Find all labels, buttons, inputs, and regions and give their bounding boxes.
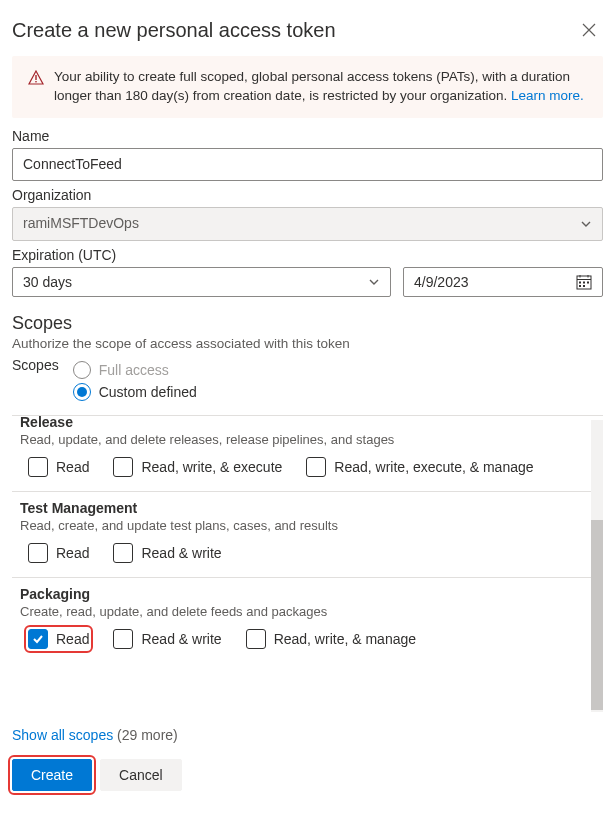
checkbox-icon — [306, 457, 326, 477]
calendar-icon — [576, 274, 592, 290]
create-button[interactable]: Create — [12, 759, 92, 791]
close-button[interactable] — [575, 16, 603, 44]
checkbox-icon — [113, 629, 133, 649]
organization-select[interactable]: ramiMSFTDevOps — [12, 207, 603, 241]
svg-rect-9 — [579, 285, 581, 287]
show-all-scopes: Show all scopes (29 more) — [12, 727, 603, 743]
svg-rect-10 — [583, 285, 585, 287]
scrollbar-thumb[interactable] — [591, 520, 603, 710]
svg-rect-6 — [579, 281, 581, 283]
radio-label: Custom defined — [99, 384, 197, 400]
checkbox-label: Read, write, execute, & manage — [334, 459, 533, 475]
test-read-checkbox[interactable]: Read — [28, 543, 89, 563]
checkbox-icon — [246, 629, 266, 649]
svg-rect-7 — [583, 281, 585, 283]
scope-group-desc: Read, create, and update test plans, cas… — [20, 518, 593, 533]
packaging-read-checkbox[interactable]: Read — [28, 629, 89, 649]
packaging-read-write-checkbox[interactable]: Read & write — [113, 629, 221, 649]
name-label: Name — [12, 128, 603, 144]
scope-group-packaging: Packaging Create, read, update, and dele… — [12, 578, 593, 663]
svg-rect-0 — [35, 75, 36, 80]
release-read-write-execute-checkbox[interactable]: Read, write, & execute — [113, 457, 282, 477]
checkbox-label: Read — [56, 545, 89, 561]
checkbox-label: Read — [56, 631, 89, 647]
scope-group-title: Packaging — [20, 586, 593, 602]
scope-group-test-management: Test Management Read, create, and update… — [12, 492, 593, 578]
scope-group-title: Release — [20, 415, 593, 430]
scopes-label: Scopes — [12, 357, 63, 373]
expiration-label: Expiration (UTC) — [12, 247, 603, 263]
checkbox-icon — [28, 629, 48, 649]
checkbox-label: Read & write — [141, 631, 221, 647]
panel-title: Create a new personal access token — [12, 19, 336, 42]
release-read-write-execute-manage-checkbox[interactable]: Read, write, execute, & manage — [306, 457, 533, 477]
checkbox-label: Read — [56, 459, 89, 475]
banner-text: Your ability to create full scoped, glob… — [54, 69, 570, 103]
radio-icon — [73, 361, 91, 379]
expiration-date-input[interactable]: 4/9/2023 — [403, 267, 603, 297]
show-all-scopes-link[interactable]: Show all scopes — [12, 727, 113, 743]
radio-icon — [73, 383, 91, 401]
scope-group-desc: Create, read, update, and delete feeds a… — [20, 604, 593, 619]
checkbox-icon — [113, 457, 133, 477]
warning-icon — [28, 70, 44, 86]
scope-group-release: Release Read, update, and delete release… — [12, 416, 593, 492]
learn-more-link[interactable]: Learn more. — [511, 88, 584, 103]
scope-list: Release Read, update, and delete release… — [12, 415, 603, 715]
scope-group-title: Test Management — [20, 500, 593, 516]
checkbox-label: Read, write, & execute — [141, 459, 282, 475]
scope-group-desc: Read, update, and delete releases, relea… — [20, 432, 593, 447]
svg-rect-8 — [587, 281, 589, 283]
show-all-scopes-count: (29 more) — [117, 727, 178, 743]
create-pat-panel: Create a new personal access token Your … — [0, 0, 615, 807]
expiration-preset-value: 30 days — [23, 274, 72, 290]
scope-full-access-radio[interactable]: Full access — [73, 361, 197, 379]
checkbox-icon — [28, 543, 48, 563]
scrollbar[interactable] — [591, 420, 603, 712]
packaging-read-write-manage-checkbox[interactable]: Read, write, & manage — [246, 629, 416, 649]
organization-label: Organization — [12, 187, 603, 203]
cancel-button[interactable]: Cancel — [100, 759, 182, 791]
name-input[interactable] — [12, 148, 603, 182]
close-icon — [582, 23, 596, 37]
svg-rect-1 — [35, 81, 36, 82]
chevron-down-icon — [368, 276, 380, 288]
release-read-checkbox[interactable]: Read — [28, 457, 89, 477]
expiration-preset-select[interactable]: 30 days — [12, 267, 391, 297]
scopes-heading: Scopes — [12, 313, 603, 334]
checkbox-icon — [28, 457, 48, 477]
organization-value: ramiMSFTDevOps — [23, 214, 139, 234]
scopes-subheading: Authorize the scope of access associated… — [12, 336, 603, 351]
expiration-date-value: 4/9/2023 — [414, 274, 469, 290]
checkbox-label: Read & write — [141, 545, 221, 561]
checkbox-label: Read, write, & manage — [274, 631, 416, 647]
scope-custom-defined-radio[interactable]: Custom defined — [73, 383, 197, 401]
restriction-banner: Your ability to create full scoped, glob… — [12, 56, 603, 118]
checkbox-icon — [113, 543, 133, 563]
test-read-write-checkbox[interactable]: Read & write — [113, 543, 221, 563]
radio-label: Full access — [99, 362, 169, 378]
chevron-down-icon — [580, 218, 592, 230]
